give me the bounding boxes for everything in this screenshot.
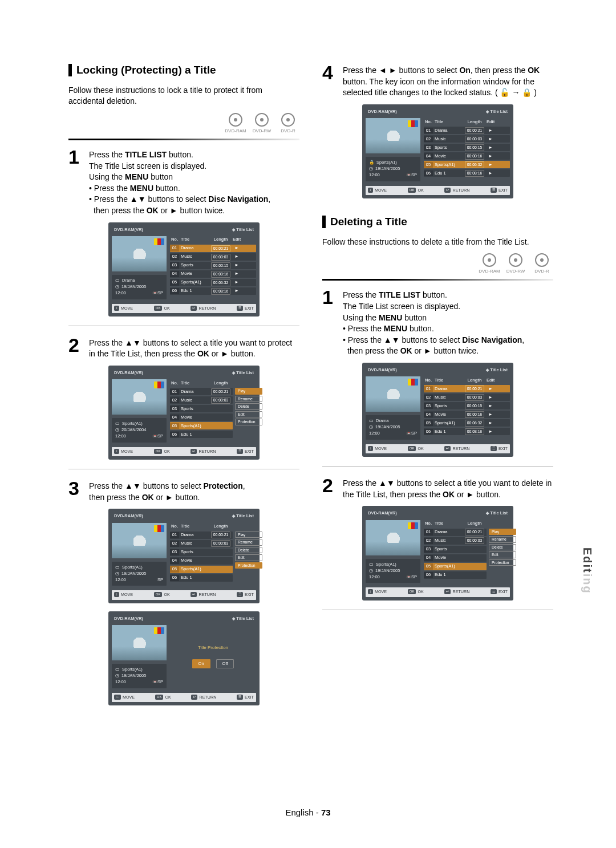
intro-deleting: Follow these instructions to delete a ti…: [322, 237, 553, 248]
edit-menu: Play Rename Delete Edit Protection: [235, 379, 262, 443]
left-column: Locking (Protecting) a Title Follow thes…: [68, 63, 299, 713]
protection-title: Title Protection: [198, 644, 228, 651]
heading-bar: [322, 216, 326, 228]
step-number: 1: [68, 147, 83, 167]
title-row[interactable]: 02Music00:00:03►: [170, 253, 256, 261]
divider: [68, 326, 299, 326]
right-column: 4 Press the ◄ ► buttons to select On, th…: [322, 63, 553, 713]
divider: [322, 610, 553, 610]
gradient-rule: [68, 139, 299, 140]
edit-play[interactable]: Play: [489, 529, 516, 535]
info-block: ▭Drama ◷19/JAN/2005 12:00📼SP: [112, 275, 167, 299]
preview-thumb: [112, 236, 167, 271]
edit-protection[interactable]: Protection: [489, 559, 516, 566]
osd-lock-step4: DVD-RAM(VR)Title List 🔒Sports(A1) ◷19/JA…: [362, 104, 513, 198]
osd-delete-step2: DVD-RAM(VR)Title List ▭Sports(A1) ◷19/JA…: [362, 506, 513, 600]
step-body: Press the ◄ ► buttons to select On, then…: [343, 63, 553, 99]
osd-footer: ↕MOVE OKOK ↩RETURN ☰EXIT: [112, 304, 256, 313]
lock-step-3: 3 Press the ▲▼ buttons to select Protect…: [68, 478, 299, 503]
osd-lock-step3a: DVD-RAM(VR)Title List ▭Sports(A1) ◷19/JA…: [108, 509, 260, 603]
step-body: Press the ▲▼ buttons to select Protectio…: [89, 478, 299, 503]
heading-deleting: Deleting a Title: [322, 214, 553, 230]
title-row[interactable]: 06Edu 100:08:16►: [170, 287, 256, 295]
edit-play[interactable]: Play: [235, 388, 262, 395]
heading-bar: [68, 64, 72, 76]
step-number: 2: [322, 476, 337, 495]
lock-step-2: 2 Press the ▲▼ buttons to select a title…: [68, 335, 299, 360]
side-tab-editing: Editing: [579, 547, 595, 594]
delete-step-2: 2 Press the ▲▼ buttons to select a title…: [322, 476, 553, 500]
title-row[interactable]: 03Sports00:00:15►: [170, 262, 256, 269]
step-number: 3: [68, 478, 83, 498]
protection-panel: Title Protection On Off: [170, 625, 256, 688]
intro-locking: Follow these instructions to lock a titl…: [68, 85, 299, 107]
step-number: 4: [322, 63, 337, 82]
osd-delete-step1: DVD-RAM(VR)Title List ▭Drama ◷19/JAN/200…: [362, 363, 513, 457]
disc-dvd-ram: DVD-RAM: [224, 113, 247, 134]
protection-off-button[interactable]: Off: [216, 659, 234, 669]
disc-dvd-r: DVD-R: [277, 113, 299, 134]
title-row[interactable]: 05Sports(A1)00:06:32►: [170, 279, 256, 286]
edit-rename[interactable]: Rename: [489, 536, 516, 543]
edit-edit[interactable]: Edit: [235, 554, 262, 561]
page-footer: English - 73: [0, 806, 616, 818]
disc-icons: DVD-RAM DVD-RW DVD-R: [68, 113, 299, 134]
edit-edit[interactable]: Edit: [489, 551, 516, 558]
lock-step-4: 4 Press the ◄ ► buttons to select On, th…: [322, 63, 553, 99]
edit-play[interactable]: Play: [235, 531, 262, 538]
lock-step-1: 1 Press the TITLE LIST button. The Title…: [68, 147, 299, 217]
step-body: Press the ▲▼ buttons to select a title y…: [343, 476, 553, 500]
divider: [68, 469, 299, 469]
edit-protection[interactable]: Protection: [235, 562, 262, 569]
protection-on-button[interactable]: On: [192, 659, 210, 669]
osd-lock-step3b: DVD-RAM(VR)Title List ▭Sports(A1) ◷19/JA…: [108, 611, 260, 705]
step-body: Press the TITLE LIST button. The Title L…: [89, 147, 299, 217]
delete-step-1: 1 Press the TITLE LIST button. The Title…: [322, 287, 553, 357]
osd-lock-step2: DVD-RAM(VR)Title List ▭Sports(A1) ◷20/JA…: [108, 366, 260, 460]
osd-lock-step1: DVD-RAM(VR)Title List ▭Drama ◷19/JAN/200…: [108, 222, 260, 317]
edit-rename[interactable]: Rename: [235, 539, 262, 546]
edit-delete[interactable]: Delete: [235, 403, 262, 410]
heading-text: Deleting a Title: [330, 214, 407, 230]
disc-dvd-rw: DVD-RW: [250, 113, 273, 134]
edit-protection[interactable]: Protection: [235, 419, 262, 425]
edit-delete[interactable]: Delete: [489, 544, 516, 551]
heading-locking: Locking (Protecting) a Title: [68, 63, 299, 78]
disc-icons: DVD-RAM DVD-RW DVD-R: [322, 253, 553, 274]
edit-delete[interactable]: Delete: [235, 547, 262, 554]
heading-text: Locking (Protecting) a Title: [76, 63, 216, 78]
step-body: Press the TITLE LIST button. The Title L…: [343, 287, 553, 357]
step-number: 1: [322, 287, 337, 307]
edit-edit[interactable]: Edit: [235, 411, 262, 418]
divider: [322, 466, 553, 466]
step-number: 2: [68, 335, 83, 355]
gradient-rule: [322, 279, 553, 281]
title-row[interactable]: 01Drama00:00:21►: [170, 245, 256, 252]
title-row[interactable]: 04Movie00:00:16►: [170, 270, 256, 278]
step-body: Press the ▲▼ buttons to select a title y…: [89, 335, 299, 360]
edit-rename[interactable]: Rename: [235, 396, 262, 403]
